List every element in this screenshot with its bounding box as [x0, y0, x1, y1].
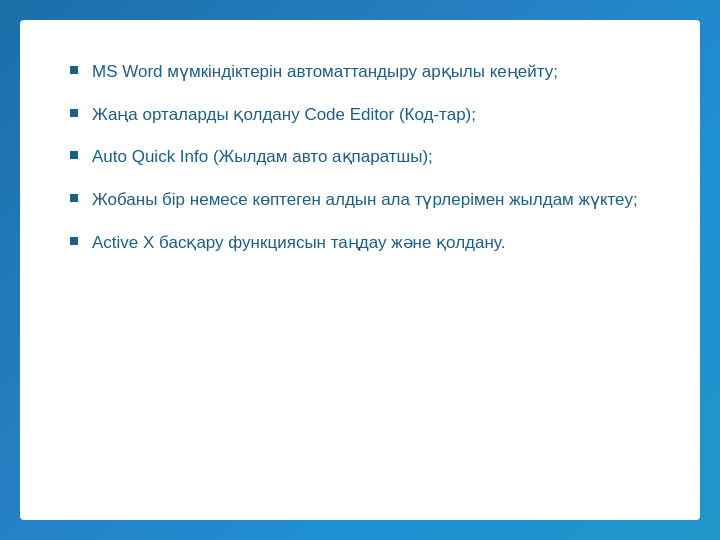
bullet-text: Жобаны бір немесе көптеген алдын ала түр… — [92, 188, 650, 213]
list-item: Auto Quick Info (Жылдам авто ақпаратшы); — [70, 145, 650, 170]
bullet-marker-icon — [70, 109, 78, 117]
list-item: Жаңа орталарды қолдану Code Editor (Код-… — [70, 103, 650, 128]
bullet-marker-icon — [70, 237, 78, 245]
bullet-text: MS Word мүмкіндіктерін автоматтандыру ар… — [92, 60, 650, 85]
bullet-marker-icon — [70, 151, 78, 159]
bullet-marker-icon — [70, 66, 78, 74]
slide-container: MS Word мүмкіндіктерін автоматтандыру ар… — [20, 20, 700, 520]
bullet-text: Auto Quick Info (Жылдам авто ақпаратшы); — [92, 145, 650, 170]
list-item: Жобаны бір немесе көптеген алдын ала түр… — [70, 188, 650, 213]
bullet-text: Active X басқару функциясын таңдау және … — [92, 231, 650, 256]
bullet-marker-icon — [70, 194, 78, 202]
list-item: MS Word мүмкіндіктерін автоматтандыру ар… — [70, 60, 650, 85]
bullet-list: MS Word мүмкіндіктерін автоматтандыру ар… — [70, 60, 650, 255]
bullet-text: Жаңа орталарды қолдану Code Editor (Код-… — [92, 103, 650, 128]
list-item: Active X басқару функциясын таңдау және … — [70, 231, 650, 256]
